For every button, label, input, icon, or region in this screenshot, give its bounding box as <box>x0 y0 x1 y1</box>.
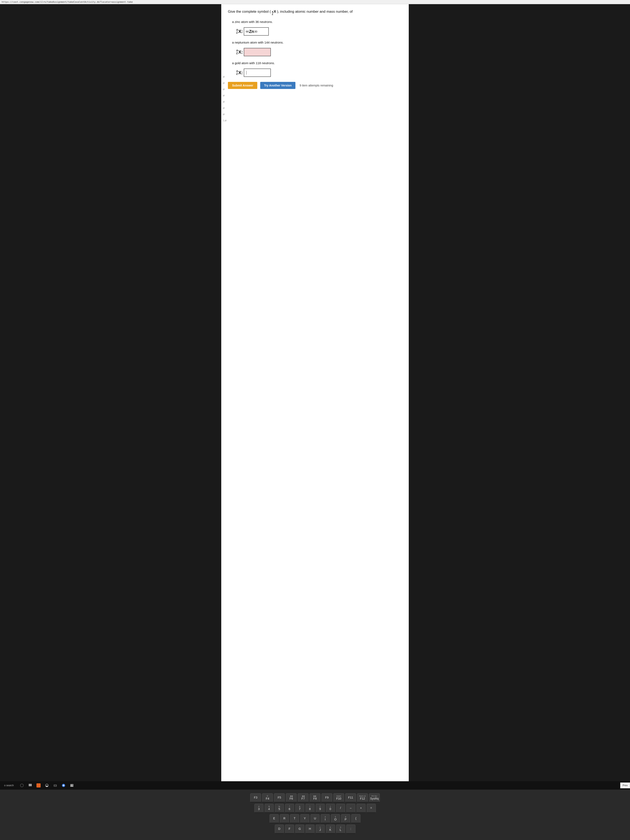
key-slash[interactable]: / <box>336 804 345 813</box>
key-4[interactable]: $ 4 <box>265 804 274 813</box>
part-c-input[interactable] <box>244 68 271 77</box>
key-f3[interactable]: F3 <box>250 793 261 802</box>
keyboard-fn-row: F3 © F4 F5 ◀◀ F6 ◀◀ F7 ▶▶ F8 F9 Insert F… <box>3 793 627 802</box>
key-equals[interactable]: = <box>367 804 376 813</box>
key-8[interactable]: * 8 <box>305 804 314 813</box>
part-a-input[interactable]: 66 Zn 30 <box>244 27 269 36</box>
svg-point-0 <box>21 784 24 787</box>
part-b-answer-container: A Z X: <box>236 48 402 56</box>
taskbar-photos-icon[interactable] <box>69 783 74 788</box>
key-9[interactable]: ( 9 <box>316 804 325 813</box>
point-5: pt <box>222 100 227 103</box>
url-bar: https://cast.cengagenow.com/ilrn/takeAss… <box>0 0 630 4</box>
key-f9[interactable]: F9 <box>322 793 332 802</box>
taskbar: o search <box>0 781 630 789</box>
key-f10[interactable]: Insert F10 <box>333 793 344 802</box>
part-a-symbol-notation: A Z X: <box>236 29 243 34</box>
question-x-symbol: X <box>274 9 276 14</box>
key-5[interactable]: % 5 <box>275 804 284 813</box>
key-prtscr[interactable]: Prt Scr SysRq <box>369 793 380 802</box>
try-another-button[interactable]: Try Another Version <box>260 82 295 89</box>
key-f5[interactable]: F5 <box>274 793 285 802</box>
part-c-answer-container: A Z X: <box>236 68 402 77</box>
point-3: pt <box>222 87 227 91</box>
part-c-sub: Z <box>236 73 238 76</box>
part-a-element: Zn <box>249 29 254 34</box>
submit-button[interactable]: Submit Answer <box>228 82 257 89</box>
part-a-sub: Z <box>236 32 238 34</box>
part-b-sub: Z <box>236 52 238 55</box>
keyboard-asdf-row: D F G H 1 J 2 K 3 L : <box>3 824 627 834</box>
point-1: pt <box>222 75 227 78</box>
main-content: Give the complete symbol ( A Z X ), incl… <box>221 4 409 781</box>
text-cursor <box>246 71 246 74</box>
key-p[interactable]: 6 P <box>341 814 350 823</box>
key-f4[interactable]: © F4 <box>262 793 273 802</box>
key-i[interactable]: 4 I <box>321 814 330 823</box>
search-circle-icon <box>20 783 24 787</box>
attempts-remaining: 9 item attempts remaining <box>300 84 333 87</box>
key-y[interactable]: Y <box>300 814 309 823</box>
taskbar-chrome-icon[interactable] <box>61 783 66 788</box>
key-f[interactable]: F <box>285 824 294 834</box>
keyboard-qwerty-row1: E R T Y U 4 I 5 O 6 P { <box>3 814 627 823</box>
part-a-mass: 66 <box>246 30 249 33</box>
key-f12[interactable]: Num Lk F12 <box>357 793 368 802</box>
prev-button[interactable]: Prev <box>620 783 630 788</box>
part-c-question: a gold atom with 118 neutrons. <box>232 61 402 65</box>
question-subscript: Z <box>272 13 273 16</box>
key-6[interactable]: ^ 6 <box>285 804 294 813</box>
key-f7[interactable]: ◀◀ F7 <box>298 793 308 802</box>
key-r[interactable]: R <box>280 814 289 823</box>
part-b-question: a neptunium atom with 144 neutrons. <box>232 41 402 44</box>
key-plus[interactable]: + <box>357 804 366 813</box>
part-b-symbol-notation: A Z X: <box>236 49 243 55</box>
point-7: pt <box>222 112 227 116</box>
svg-point-6 <box>55 785 56 786</box>
key-3[interactable]: # 3 <box>254 804 264 813</box>
part-a-atomic: 30 <box>254 30 257 33</box>
svg-rect-3 <box>29 785 30 786</box>
part-a-answer-container: A Z X: 66 Zn 30 <box>236 27 402 36</box>
main-question: Give the complete symbol ( A Z X ), incl… <box>228 9 402 16</box>
action-row: Submit Answer Try Another Version 9 item… <box>228 82 402 89</box>
point-8: 1 pt <box>222 119 227 122</box>
point-2: pt <box>222 81 227 85</box>
keyboard-num-row: # 3 $ 4 % 5 ^ 6 & 7 * 8 ( 9 ) 0 <box>3 804 627 813</box>
key-d[interactable]: D <box>275 824 284 834</box>
key-g[interactable]: G <box>295 824 305 834</box>
taskbar-search-icon[interactable] <box>20 783 24 788</box>
key-openbracket[interactable]: { <box>351 814 360 823</box>
part-b-input[interactable] <box>244 48 271 56</box>
svg-rect-2 <box>30 784 32 785</box>
key-f6[interactable]: ◀◀ F6 <box>286 793 297 802</box>
key-f8[interactable]: ▶▶ F8 <box>309 793 321 802</box>
key-0[interactable]: ) 0 <box>326 804 335 813</box>
taskbar-search-label: o search <box>4 784 14 787</box>
key-l[interactable]: 3 L <box>336 824 345 834</box>
part-c-symbol-notation: A Z X: <box>236 70 243 76</box>
taskbar-active-app-icon[interactable] <box>36 783 41 788</box>
taskbar-camera-icon[interactable] <box>53 783 57 788</box>
svg-rect-1 <box>29 784 30 785</box>
key-o[interactable]: 5 O <box>331 814 340 823</box>
key-e[interactable]: E <box>270 814 279 823</box>
svg-point-10 <box>71 785 72 785</box>
part-a-question: a zinc atom with 36 neutrons. <box>232 20 402 24</box>
keyboard: F3 © F4 F5 ◀◀ F6 ◀◀ F7 ▶▶ F8 F9 Insert F… <box>0 789 630 840</box>
key-u[interactable]: U <box>310 814 320 823</box>
key-f11[interactable]: F11 <box>345 793 356 802</box>
key-j[interactable]: 1 J <box>316 824 325 834</box>
key-minus[interactable]: – <box>346 804 355 813</box>
taskbar-edge-icon[interactable] <box>44 783 49 788</box>
key-k[interactable]: 2 K <box>326 824 335 834</box>
svg-rect-4 <box>30 785 32 786</box>
taskbar-taskview-icon[interactable] <box>28 783 33 788</box>
point-4: pt <box>222 94 227 97</box>
key-colon[interactable]: : <box>346 824 355 834</box>
key-t[interactable]: T <box>290 814 299 823</box>
active-app-indicator <box>36 783 41 788</box>
key-7[interactable]: & 7 <box>295 804 305 813</box>
sidebar-points: pt pt pt pt pt pt pt 1 pt <box>222 75 227 122</box>
key-h[interactable]: H <box>305 824 314 834</box>
